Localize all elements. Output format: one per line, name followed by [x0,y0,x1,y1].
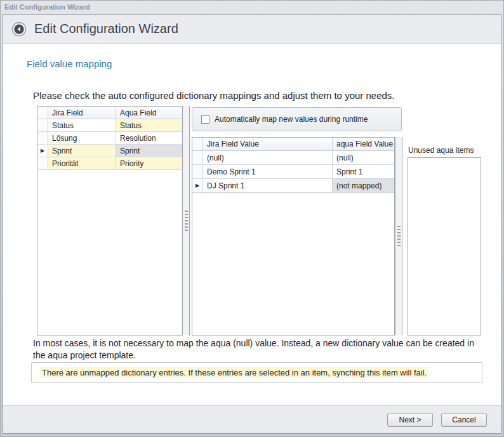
auto-map-panel: Automatically map new values during runt… [192,107,402,131]
field-grid-header: Jira Field Aqua Field [37,107,182,119]
table-row: Lösung Resolution [37,132,182,145]
next-button[interactable]: Next > [387,413,433,427]
cell-jira-value[interactable]: DJ Sprint 1 [203,179,333,193]
warning-box: There are unmapped dictionary entries. I… [31,362,482,383]
cell-aqua-value[interactable]: (not mapped) [333,179,394,193]
row-indicator-cell[interactable]: ▶ [192,179,203,193]
row-indicator-cell[interactable] [192,165,203,179]
titlebar: Edit Configuration Wizard [1,1,503,14]
splitter-grip [185,211,188,232]
row-indicator-cell[interactable] [37,119,48,132]
row-indicator-cell[interactable] [192,151,203,165]
row-indicator-cell[interactable] [37,132,48,145]
table-row: Priorität Priority [37,157,182,170]
back-arrow-icon [11,22,27,37]
instruction-text: Please check the auto configured diction… [33,90,395,101]
footer-bar: Next > Cancel [3,405,501,433]
cell-jira-field[interactable]: Lösung [48,132,116,145]
auto-map-checkbox[interactable] [201,115,209,124]
row-indicator-header [192,138,203,151]
row-indicator-cell[interactable]: ▶ [37,145,48,157]
cell-aqua-value[interactable]: Sprint 1 [333,165,394,179]
cell-aqua-field[interactable]: Sprint [116,145,182,157]
cell-jira-value[interactable]: (null) [203,151,333,165]
section-title: Field value mapping [27,58,112,69]
column-header-aqua-field-value[interactable]: aqua Field Value [333,138,394,151]
cell-jira-value[interactable]: Demo Sprint 1 [203,165,333,179]
cell-aqua-field[interactable]: Resolution [116,132,182,145]
back-button[interactable] [11,22,27,37]
auto-map-label[interactable]: Automatically map new values during runt… [215,115,368,124]
hint-text: In most cases, it is not necessary to ma… [33,337,479,362]
window-title: Edit Configuration Wizard [4,3,90,11]
value-mapping-grid: Jira Field Value aqua Field Value (null)… [192,137,395,336]
table-row-selected: ▶ DJ Sprint 1 (not mapped) [192,179,394,193]
splitter-left[interactable] [182,106,190,336]
cell-aqua-field[interactable]: Priority [116,157,182,170]
field-mapping-grid: Jira Field Aqua Field Status Status Lösu… [37,106,183,336]
table-row: Status Status [37,119,182,132]
table-row-selected: ▶ Sprint Sprint [37,145,182,157]
cell-aqua-field[interactable]: Status [116,119,182,132]
wizard-title: Edit Configuration Wizard [34,22,178,36]
cancel-button[interactable]: Cancel [441,413,487,427]
warning-text: There are unmapped dictionary entries. I… [40,367,428,378]
splitter-grip [397,226,401,247]
cell-jira-field[interactable]: Priorität [48,157,116,170]
window-frame: Edit Configuration Wizard Edit Configura… [0,0,504,437]
cell-jira-field[interactable]: Status [48,119,116,132]
row-indicator-cell[interactable] [37,157,48,170]
column-header-jira-field[interactable]: Jira Field [48,107,116,119]
column-header-aqua-field[interactable]: Aqua Field [116,107,182,119]
cell-jira-field[interactable]: Sprint [48,145,116,157]
row-indicator-header [37,107,48,119]
unused-items-label: Unused aqua items [408,146,474,155]
unused-items-listbox[interactable] [408,157,481,336]
wizard-dialog: Edit Configuration Wizard Field value ma… [3,14,501,434]
table-row: (null) (null) [192,151,394,165]
wizard-header: Edit Configuration Wizard [3,15,501,44]
table-row: Demo Sprint 1 Sprint 1 [192,165,394,179]
splitter-right[interactable] [395,137,402,336]
cell-aqua-value[interactable]: (null) [333,151,394,165]
column-header-jira-field-value[interactable]: Jira Field Value [203,138,333,151]
value-grid-header: Jira Field Value aqua Field Value [192,138,394,151]
